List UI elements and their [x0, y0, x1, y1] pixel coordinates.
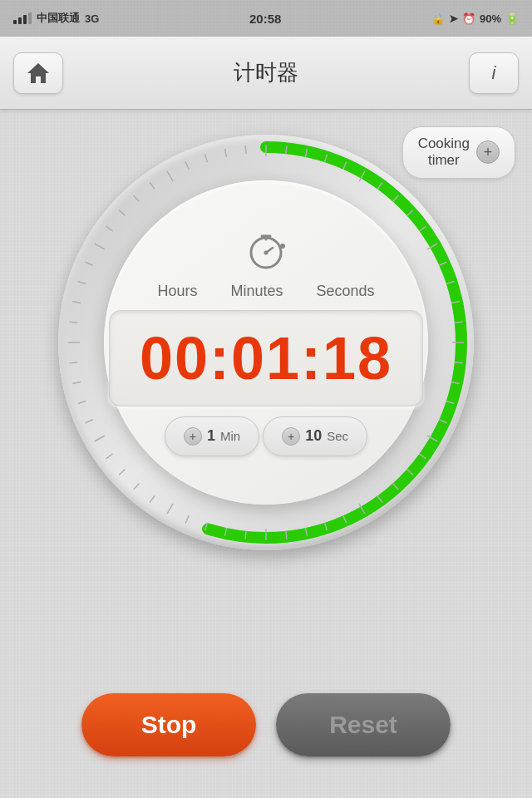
battery-label: 90% — [480, 12, 501, 25]
add-1-min-unit: Min — [220, 429, 240, 443]
plus-1min-icon: + — [184, 427, 202, 446]
timer-value: 00:01:18 — [140, 325, 392, 392]
svg-line-56 — [167, 171, 173, 181]
svg-line-54 — [134, 195, 140, 201]
svg-line-60 — [245, 145, 246, 154]
svg-line-8 — [393, 195, 399, 201]
svg-line-47 — [69, 322, 77, 323]
svg-line-7 — [377, 182, 382, 189]
svg-line-45 — [69, 362, 77, 363]
svg-line-28 — [324, 523, 327, 531]
svg-line-37 — [150, 495, 155, 502]
svg-line-52 — [106, 226, 112, 231]
time-display: 00:01:18 — [109, 310, 423, 406]
svg-line-44 — [72, 382, 81, 383]
add-10-sec-button[interactable]: + 10 Sec — [263, 416, 367, 456]
nav-bar: 计时器 i — [0, 37, 532, 110]
svg-line-2 — [286, 145, 287, 154]
svg-line-21 — [427, 436, 437, 441]
home-button[interactable] — [13, 52, 63, 94]
action-row: Stop Reset — [81, 693, 451, 756]
carrier-label: 中国联通 — [37, 11, 80, 26]
svg-line-12 — [439, 262, 446, 265]
signal-bars-icon — [13, 12, 32, 24]
svg-line-41 — [95, 436, 105, 441]
svg-line-3 — [305, 149, 307, 157]
stop-button[interactable]: Stop — [81, 693, 256, 756]
column-labels: Hours Minutes Seconds — [157, 283, 374, 300]
add-10-sec-value: 10 — [305, 427, 322, 445]
alarm-icon: ⏰ — [462, 12, 475, 25]
minutes-label: Minutes — [230, 283, 283, 300]
svg-line-10 — [419, 226, 426, 231]
svg-line-33 — [225, 528, 227, 536]
svg-line-34 — [204, 523, 207, 531]
seconds-label: Seconds — [316, 283, 374, 300]
cooking-timer-add-icon: + — [476, 140, 500, 164]
add-1-min-value: 1 — [207, 427, 215, 445]
plus-10sec-icon: + — [282, 427, 300, 446]
svg-line-43 — [78, 401, 86, 403]
svg-line-26 — [359, 504, 365, 514]
svg-line-49 — [78, 281, 86, 283]
home-icon — [26, 61, 51, 86]
svg-line-19 — [446, 401, 455, 403]
svg-line-25 — [377, 495, 382, 502]
svg-line-17 — [455, 362, 463, 363]
svg-line-38 — [134, 483, 140, 489]
svg-line-39 — [119, 470, 125, 475]
network-label: 3G — [85, 12, 99, 25]
svg-line-53 — [119, 210, 125, 216]
svg-line-20 — [439, 420, 446, 423]
hours-label: Hours — [157, 283, 197, 300]
svg-line-32 — [245, 531, 246, 539]
svg-line-30 — [286, 531, 287, 539]
svg-line-6 — [359, 171, 365, 181]
svg-line-42 — [86, 420, 93, 423]
info-button[interactable]: i — [469, 52, 519, 94]
location-icon: ➤ — [449, 12, 458, 25]
svg-point-65 — [264, 250, 268, 254]
svg-line-50 — [86, 262, 93, 265]
svg-line-58 — [204, 155, 207, 163]
main-content: Cookingtimer + // We'll do tick marks vi… — [0, 110, 532, 798]
quick-add-row: + 1 Min + 10 Sec — [165, 416, 367, 456]
svg-line-40 — [106, 454, 112, 459]
status-left: 中国联通 3G — [13, 11, 99, 26]
stopwatch-icon — [244, 229, 288, 273]
svg-line-27 — [343, 515, 347, 523]
add-1-min-button[interactable]: + 1 Min — [165, 416, 259, 456]
svg-line-51 — [95, 244, 105, 249]
svg-line-24 — [393, 483, 399, 489]
svg-line-18 — [451, 382, 460, 383]
svg-line-4 — [324, 155, 327, 163]
outer-dial-ring: // We'll do tick marks via a different m… — [58, 135, 474, 550]
reset-button[interactable]: Reset — [276, 693, 451, 756]
nav-title: 计时器 — [234, 58, 298, 87]
svg-line-22 — [419, 454, 426, 459]
lock-icon: 🔒 — [431, 12, 445, 25]
svg-line-23 — [406, 470, 412, 475]
svg-line-59 — [225, 149, 227, 157]
svg-line-15 — [455, 322, 463, 323]
svg-line-14 — [451, 302, 460, 303]
inner-dial: Hours Minutes Seconds 00:01:18 + 1 Min +… — [104, 180, 428, 505]
svg-line-48 — [72, 302, 81, 303]
svg-line-35 — [185, 515, 189, 523]
svg-line-11 — [427, 244, 437, 249]
status-time: 20:58 — [249, 12, 281, 26]
battery-icon: 🔋 — [505, 12, 519, 25]
svg-line-36 — [167, 504, 173, 514]
svg-line-5 — [343, 162, 347, 170]
svg-line-55 — [150, 182, 155, 189]
status-right: 🔒 ➤ ⏰ 90% 🔋 — [431, 12, 519, 25]
info-icon: i — [492, 62, 496, 84]
svg-line-9 — [406, 210, 412, 216]
svg-line-13 — [446, 281, 455, 283]
status-bar: 中国联通 3G 20:58 🔒 ➤ ⏰ 90% 🔋 — [0, 0, 532, 37]
svg-point-66 — [280, 244, 285, 249]
add-10-sec-unit: Sec — [327, 429, 348, 443]
svg-line-29 — [305, 528, 307, 536]
svg-line-57 — [185, 162, 189, 170]
